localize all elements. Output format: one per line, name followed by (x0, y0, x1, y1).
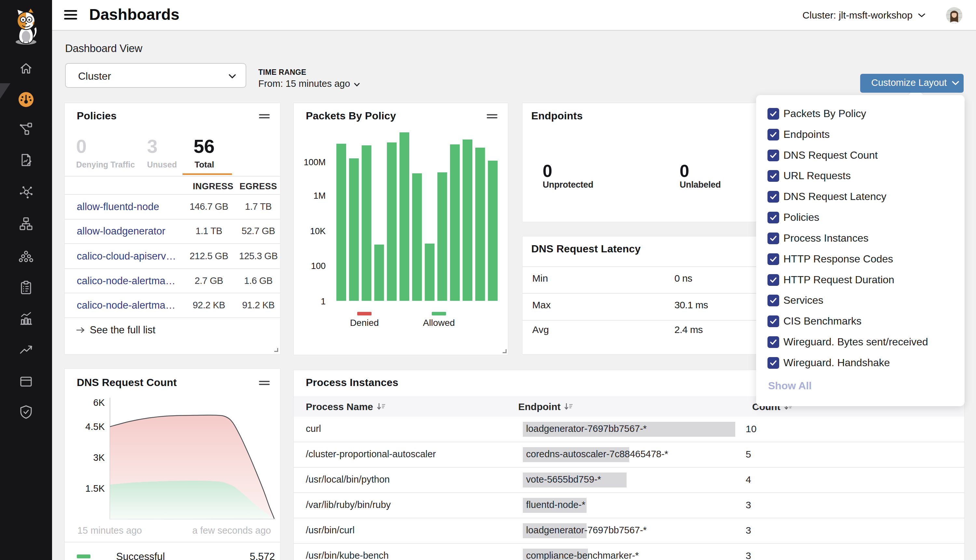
svg-text:1: 1 (321, 297, 326, 306)
svg-text:100: 100 (311, 261, 326, 271)
svg-text:5,572: 5,572 (250, 551, 275, 560)
svg-text:Denied: Denied (350, 318, 379, 328)
svg-text:4.5K: 4.5K (85, 422, 105, 432)
svg-text:100M: 100M (304, 157, 326, 167)
svg-text:Allowed: Allowed (423, 318, 455, 328)
svg-text:a few seconds ago: a few seconds ago (192, 525, 271, 536)
svg-text:6K: 6K (93, 397, 105, 408)
svg-text:Successful: Successful (116, 551, 165, 560)
svg-text:15 minutes ago: 15 minutes ago (77, 525, 142, 536)
svg-text:1.5K: 1.5K (85, 483, 105, 494)
svg-text:10K: 10K (310, 226, 326, 236)
svg-text:1M: 1M (313, 191, 326, 201)
svg-text:3K: 3K (93, 452, 105, 463)
